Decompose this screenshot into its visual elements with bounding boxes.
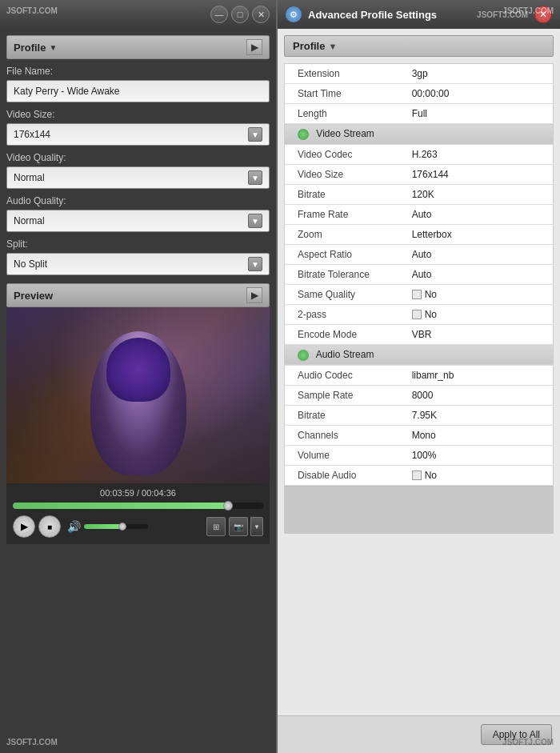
settings-icon: ⚙ bbox=[286, 6, 302, 22]
video-codec-row: Video Codec H.263 bbox=[285, 144, 554, 164]
two-pass-checkbox-box[interactable] bbox=[412, 310, 422, 319]
video-quality-select[interactable]: Normal ▼ bbox=[6, 166, 270, 189]
volume-value: 100% bbox=[406, 445, 554, 465]
split-value: No Split bbox=[14, 258, 47, 270]
audio-codec-row: Audio Codec libamr_nb bbox=[285, 365, 554, 385]
split-select[interactable]: No Split ▼ bbox=[6, 253, 270, 275]
aspect-ratio-row: Aspect Ratio Auto bbox=[285, 244, 554, 264]
file-name-input[interactable] bbox=[6, 80, 270, 102]
channels-row: Channels Mono bbox=[285, 425, 554, 445]
disable-audio-no-text: No bbox=[425, 470, 437, 481]
sample-rate-value: 8000 bbox=[406, 385, 554, 405]
frame-rate-value: Auto bbox=[406, 204, 554, 224]
video-size-row: Video Size 176x144 bbox=[285, 164, 554, 184]
video-codec-value: H.263 bbox=[406, 144, 554, 164]
bitrate-tolerance-row: Bitrate Tolerance Auto bbox=[285, 264, 554, 284]
profile-section-label: Profile ▼ bbox=[14, 42, 57, 54]
audio-quality-value: Normal bbox=[14, 215, 45, 226]
disable-audio-row: Disable Audio No bbox=[285, 465, 554, 485]
channels-value: Mono bbox=[406, 425, 554, 445]
video-stream-section-row: Video Stream bbox=[285, 124, 554, 145]
right-content: Profile ▼ Extension 3gp Start Time 00:00… bbox=[278, 29, 560, 715]
audio-quality-arrow-icon[interactable]: ▼ bbox=[248, 214, 262, 228]
same-quality-checkbox[interactable]: No bbox=[412, 289, 546, 300]
left-content: Profile ▼ ▶ File Name: Video Size: 176x1… bbox=[0, 29, 276, 753]
video-stream-header: Video Stream bbox=[285, 124, 554, 145]
frame-rate-row: Frame Rate Auto bbox=[285, 204, 554, 224]
volume-label: Volume bbox=[285, 445, 406, 465]
preview-section: Preview ▶ 00:03:59 / 00:04:36 ▶ bbox=[6, 283, 270, 544]
split-label: Split: bbox=[6, 238, 270, 250]
profile-label-text: Profile bbox=[14, 42, 46, 54]
start-time-row: Start Time 00:00:00 bbox=[285, 84, 554, 104]
apply-to-all-button[interactable]: Apply to All bbox=[481, 724, 552, 745]
audio-quality-select[interactable]: Normal ▼ bbox=[6, 210, 270, 232]
right-footer: Apply to All bbox=[278, 715, 560, 753]
zoom-value: Letterbox bbox=[406, 224, 554, 244]
aspect-ratio-value: Auto bbox=[406, 244, 554, 264]
progress-handle[interactable] bbox=[223, 501, 233, 511]
video-stream-label: Video Stream bbox=[316, 128, 374, 139]
dialog-title: Advanced Profile Settings bbox=[308, 9, 470, 21]
video-quality-value: Normal bbox=[14, 172, 45, 183]
screenshot-button[interactable]: ⊞ bbox=[206, 517, 226, 536]
preview-nav-button[interactable]: ▶ bbox=[246, 287, 262, 303]
audio-stream-section-row: Audio Stream bbox=[285, 344, 554, 365]
right-panel: ⚙ Advanced Profile Settings JSOFTJ.COM ✕… bbox=[276, 0, 560, 753]
video-size-arrow-icon[interactable]: ▼ bbox=[248, 127, 262, 142]
close-button-left[interactable]: ✕ bbox=[252, 6, 270, 23]
minimize-button[interactable]: — bbox=[210, 6, 228, 23]
bitrate-value: 120K bbox=[406, 184, 554, 204]
bitrate-tolerance-value: Auto bbox=[406, 264, 554, 284]
frame-rate-label: Frame Rate bbox=[285, 204, 406, 224]
audio-stream-indicator bbox=[298, 350, 309, 361]
title-bar-right: ⚙ Advanced Profile Settings JSOFTJ.COM ✕ bbox=[278, 0, 560, 29]
same-quality-label: Same Quality bbox=[285, 284, 406, 304]
video-quality-arrow-icon[interactable]: ▼ bbox=[248, 170, 262, 185]
encode-mode-label: Encode Mode bbox=[285, 324, 406, 344]
sample-rate-label: Sample Rate bbox=[285, 385, 406, 405]
two-pass-value: No bbox=[406, 304, 554, 324]
audio-codec-label: Audio Codec bbox=[285, 365, 406, 385]
advanced-profile-arrow-icon: ▼ bbox=[328, 42, 337, 51]
volume-fill bbox=[84, 524, 122, 529]
preview-controls: 00:03:59 / 00:04:36 ▶ ■ 🔊 ⊞ 📷 bbox=[6, 483, 270, 544]
zoom-row: Zoom Letterbox bbox=[285, 224, 554, 244]
two-pass-checkbox[interactable]: No bbox=[412, 309, 546, 320]
profile-nav-button[interactable]: ▶ bbox=[246, 39, 262, 55]
file-name-label: File Name: bbox=[6, 66, 270, 77]
preview-label: Preview bbox=[14, 290, 53, 302]
volume-handle[interactable] bbox=[118, 523, 126, 531]
bitrate-row: Bitrate 120K bbox=[285, 184, 554, 204]
two-pass-no-text: No bbox=[425, 309, 437, 320]
camera-dropdown-button[interactable]: ▼ bbox=[250, 517, 263, 536]
volume-icon: 🔊 bbox=[67, 520, 81, 533]
maximize-button[interactable]: □ bbox=[231, 6, 249, 23]
advanced-profile-header: Profile ▼ bbox=[284, 35, 554, 57]
channels-label: Channels bbox=[285, 425, 406, 445]
progress-bar[interactable] bbox=[13, 503, 263, 509]
camera-button[interactable]: 📷 bbox=[229, 517, 248, 536]
video-size-select[interactable]: 176x144 ▼ bbox=[6, 123, 270, 146]
progress-bar-fill bbox=[13, 503, 228, 509]
length-row: Length Full bbox=[285, 104, 554, 124]
profile-arrow-icon: ▼ bbox=[49, 43, 57, 52]
length-label: Length bbox=[285, 104, 406, 124]
volume-bar[interactable] bbox=[84, 524, 148, 529]
disable-audio-checkbox[interactable]: No bbox=[412, 470, 546, 481]
profile-section-header[interactable]: Profile ▼ ▶ bbox=[6, 35, 270, 59]
settings-table: Extension 3gp Start Time 00:00:00 Length… bbox=[284, 63, 554, 486]
bitrate-label: Bitrate bbox=[285, 184, 406, 204]
split-arrow-icon[interactable]: ▼ bbox=[248, 257, 262, 271]
play-button[interactable]: ▶ bbox=[13, 515, 35, 538]
extension-label: Extension bbox=[285, 64, 406, 84]
close-button-right[interactable]: ✕ bbox=[534, 6, 552, 23]
video-size-value: 176x144 bbox=[14, 129, 50, 140]
disable-audio-label: Disable Audio bbox=[285, 465, 406, 485]
same-quality-checkbox-box[interactable] bbox=[412, 290, 422, 299]
advanced-profile-label: Profile bbox=[293, 40, 325, 52]
title-bar-left: — □ ✕ bbox=[0, 0, 276, 29]
disable-audio-checkbox-box[interactable] bbox=[412, 471, 422, 480]
stop-button[interactable]: ■ bbox=[38, 515, 61, 538]
audio-bitrate-label: Bitrate bbox=[285, 405, 406, 425]
